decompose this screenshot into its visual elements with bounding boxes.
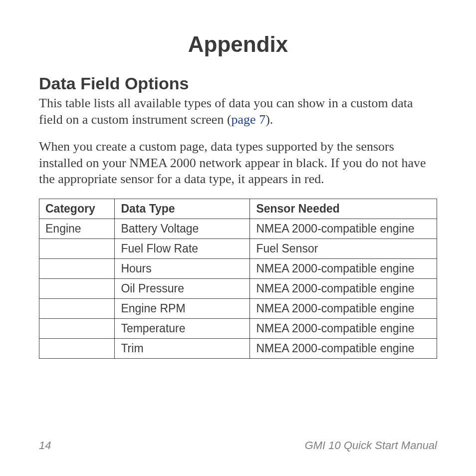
cell-data-type: Fuel Flow Rate xyxy=(115,238,250,258)
cell-sensor: Fuel Sensor xyxy=(250,238,437,258)
page: Appendix Data Field Options This table l… xyxy=(0,0,476,476)
intro-paragraph-2: When you create a custom page, data type… xyxy=(39,139,437,188)
document-title: GMI 10 Quick Start Manual xyxy=(305,439,437,452)
cell-data-type: Hours xyxy=(115,258,250,278)
header-data-type: Data Type xyxy=(115,199,250,219)
cell-sensor: NMEA 2000-compatible engine xyxy=(250,219,437,238)
cell-data-type: Engine RPM xyxy=(115,298,250,318)
cell-category xyxy=(39,298,115,318)
cell-sensor: NMEA 2000-compatible engine xyxy=(250,258,437,278)
cell-category: Engine xyxy=(39,219,115,238)
cell-data-type: Battery Voltage xyxy=(115,219,250,238)
para1-text-a: This table lists all available types of … xyxy=(39,96,413,127)
header-category: Category xyxy=(39,199,115,219)
table-row: Engine RPM NMEA 2000-compatible engine xyxy=(39,298,437,318)
table-header-row: Category Data Type Sensor Needed xyxy=(39,199,437,219)
table-row: Temperature NMEA 2000-compatible engine xyxy=(39,318,437,338)
cell-category xyxy=(39,238,115,258)
cell-sensor: NMEA 2000-compatible engine xyxy=(250,318,437,338)
section-heading: Data Field Options xyxy=(39,74,437,93)
table-row: Fuel Flow Rate Fuel Sensor xyxy=(39,238,437,258)
cell-sensor: NMEA 2000-compatible engine xyxy=(250,278,437,298)
table-row: Hours NMEA 2000-compatible engine xyxy=(39,258,437,278)
cell-sensor: NMEA 2000-compatible engine xyxy=(250,338,437,358)
cell-category xyxy=(39,318,115,338)
page-title: Appendix xyxy=(39,32,437,57)
cell-category xyxy=(39,338,115,358)
page-footer: 14 GMI 10 Quick Start Manual xyxy=(39,439,437,452)
page-number: 14 xyxy=(39,439,51,452)
data-field-options-table: Category Data Type Sensor Needed Engine … xyxy=(39,199,437,359)
para1-text-b: ). xyxy=(265,112,273,127)
intro-paragraph-1: This table lists all available types of … xyxy=(39,95,437,128)
header-sensor-needed: Sensor Needed xyxy=(250,199,437,219)
cell-category xyxy=(39,258,115,278)
cell-data-type: Trim xyxy=(115,338,250,358)
table-row: Oil Pressure NMEA 2000-compatible engine xyxy=(39,278,437,298)
page-7-link[interactable]: page 7 xyxy=(232,112,266,127)
table-row: Engine Battery Voltage NMEA 2000-compati… xyxy=(39,219,437,238)
table-row: Trim NMEA 2000-compatible engine xyxy=(39,338,437,358)
cell-data-type: Temperature xyxy=(115,318,250,338)
cell-data-type: Oil Pressure xyxy=(115,278,250,298)
cell-sensor: NMEA 2000-compatible engine xyxy=(250,298,437,318)
cell-category xyxy=(39,278,115,298)
